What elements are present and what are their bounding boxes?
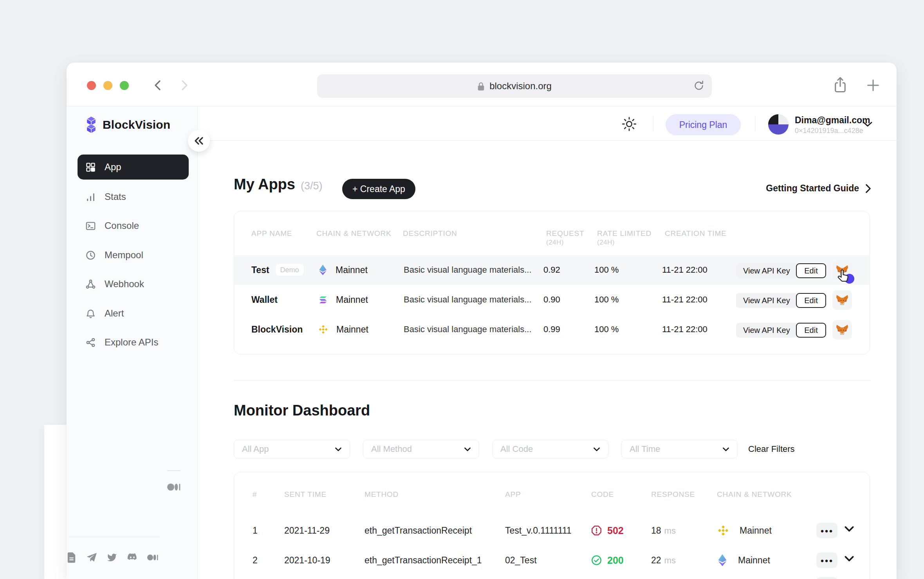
medium-icon[interactable] — [147, 552, 158, 563]
request-cell: 0.99 — [543, 324, 560, 334]
table-row: 2 2021-10-19 eth_getTransactionReceipt_1… — [234, 545, 870, 575]
metamask-button[interactable] — [832, 320, 852, 340]
chevron-down-icon — [844, 556, 854, 562]
filter-all-app[interactable]: All App — [234, 440, 350, 459]
filter-all-code[interactable]: All Code — [492, 440, 608, 459]
sidebar-item-explore-apis[interactable]: Explore APIs — [78, 328, 189, 357]
row-number: 1 — [253, 525, 258, 536]
response-value: 18 — [651, 525, 661, 536]
rate-cell: 100 % — [594, 265, 619, 275]
sidebar-item-console[interactable]: Console — [78, 211, 189, 240]
column-header: SENT TIME — [284, 490, 327, 499]
monitor-dashboard-title: Monitor Dashboard — [234, 402, 370, 419]
create-app-button[interactable]: + Create App — [342, 179, 415, 199]
back-button[interactable] — [151, 78, 164, 92]
metamask-fox-icon — [836, 324, 848, 336]
url-text: blockvision.org — [489, 81, 552, 92]
sidebar-item-label: Explore APIs — [105, 337, 158, 348]
docs-icon[interactable] — [66, 552, 77, 563]
network-label: Mainnet — [336, 324, 368, 335]
response-unit: ms — [664, 556, 676, 565]
lock-icon — [477, 81, 485, 91]
collapse-sidebar-button[interactable] — [188, 130, 210, 152]
double-chevron-left-icon — [194, 137, 204, 145]
metamask-button[interactable] — [832, 290, 852, 310]
row-actions-button[interactable]: ●●● — [816, 523, 837, 538]
address-bar[interactable]: blockvision.org — [317, 74, 712, 98]
success-check-icon — [591, 555, 602, 566]
forward-button[interactable] — [178, 78, 191, 92]
rate-cell: 100 % — [594, 295, 619, 305]
edit-button[interactable]: Edit — [796, 323, 826, 338]
column-header: REQUEST — [546, 229, 584, 238]
app-name-cell: BlockVision — [251, 324, 303, 335]
sidebar-item-webhook[interactable]: Webhook — [78, 270, 189, 298]
description-cell: Basic visual language materials... — [404, 324, 532, 334]
filter-all-method[interactable]: All Method — [363, 440, 479, 459]
description-cell: Basic visual language materials... — [404, 295, 532, 305]
sidebar-item-app[interactable]: App — [78, 155, 189, 180]
sun-icon — [622, 117, 637, 131]
telegram-icon[interactable] — [86, 552, 97, 563]
sent-time-cell: 2021-10-19 — [284, 555, 330, 566]
main-area: Pricing Plan Dima@gmail.com 0×14201919a.… — [198, 106, 897, 579]
twitter-icon[interactable] — [106, 552, 117, 563]
forward-icon — [180, 79, 189, 92]
column-header: METHOD — [365, 490, 399, 499]
expand-row-button[interactable] — [844, 556, 854, 563]
app-name: Test — [251, 265, 269, 275]
row-number: 2 — [253, 555, 258, 566]
row-actions-button[interactable]: ●●● — [816, 552, 837, 568]
column-header: # — [253, 490, 257, 499]
topbar: Pricing Plan Dima@gmail.com 0×14201919a.… — [198, 106, 897, 141]
discord-icon[interactable] — [127, 552, 138, 563]
view-api-key-button[interactable]: View API Key — [736, 323, 797, 338]
share-button[interactable] — [832, 76, 848, 95]
binance-icon — [717, 524, 729, 537]
network-label: Mainnet — [336, 295, 368, 305]
edit-button[interactable]: Edit — [796, 263, 826, 278]
rate-cell: 100 % — [594, 324, 619, 334]
view-api-key-button[interactable]: View API Key — [736, 293, 797, 308]
pricing-plan-button[interactable]: Pricing Plan — [666, 114, 741, 135]
blockvision-logo-icon — [85, 116, 98, 134]
app-grid-icon — [85, 162, 96, 173]
traffic-zoom-button[interactable] — [120, 81, 129, 90]
column-header: APP — [505, 490, 521, 499]
stats-icon — [85, 192, 96, 202]
new-tab-button[interactable] — [865, 77, 881, 95]
clear-filters-button[interactable]: Clear Filters — [748, 440, 795, 459]
solana-icon — [318, 295, 328, 305]
sidebar-item-stats[interactable]: Stats — [78, 182, 189, 211]
account-menu-button[interactable] — [862, 120, 873, 129]
sidebar-item-alert[interactable]: Alert — [78, 299, 189, 328]
traffic-close-button[interactable] — [87, 81, 96, 90]
sidebar-item-mempool[interactable]: Mempool — [78, 241, 189, 270]
filter-all-time[interactable]: All Time — [621, 440, 738, 459]
column-header: CHAIN & NETWORK — [316, 229, 391, 238]
sidebar-item-label: Console — [105, 220, 139, 231]
traffic-minimize-button[interactable] — [103, 81, 112, 90]
theme-toggle-button[interactable] — [622, 117, 637, 133]
social-links — [66, 552, 158, 563]
column-header: APP NAME — [251, 229, 292, 238]
guide-label: Getting Started Guide — [766, 183, 859, 194]
expand-row-button[interactable] — [844, 526, 854, 534]
avatar[interactable] — [768, 114, 789, 135]
section-divider — [234, 380, 870, 381]
code-cell: 502 — [591, 525, 624, 536]
edit-button[interactable]: Edit — [796, 293, 826, 308]
view-api-key-button[interactable]: View API Key — [736, 263, 797, 278]
sidebar-item-label: App — [105, 162, 121, 173]
description-cell: Basic visual language materials... — [404, 265, 532, 275]
bell-icon — [85, 308, 96, 319]
getting-started-guide-link[interactable]: Getting Started Guide — [766, 183, 871, 194]
reload-button[interactable] — [693, 80, 705, 93]
binance-icon — [318, 324, 328, 335]
widget-divider — [167, 470, 180, 471]
sidebar-item-label: Stats — [105, 191, 126, 202]
table-row: BlockVision Mainnet Basic visual languag… — [234, 315, 870, 344]
response-cell: 18ms — [651, 525, 676, 536]
brand[interactable]: BlockVision — [85, 116, 170, 134]
my-apps-heading: My Apps(3/5) — [234, 176, 322, 193]
